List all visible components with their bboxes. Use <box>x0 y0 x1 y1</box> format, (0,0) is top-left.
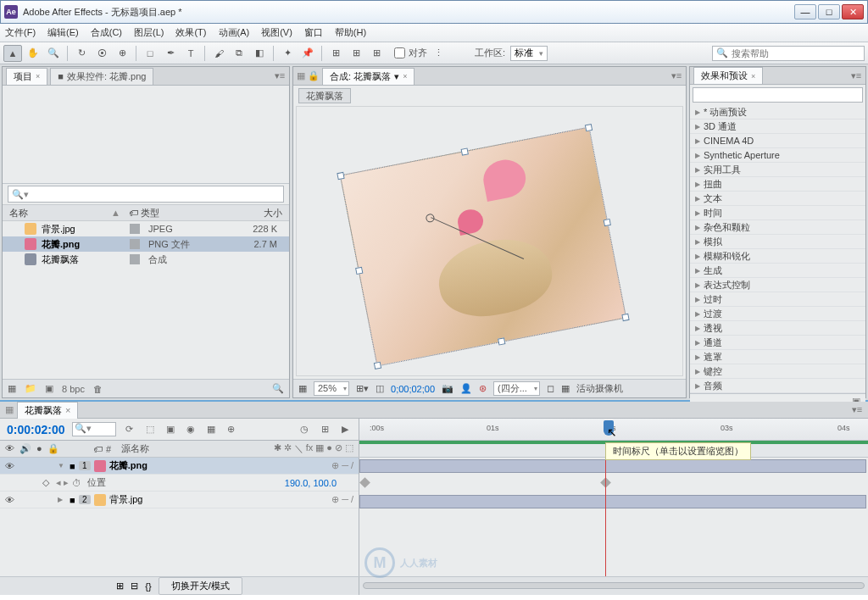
effect-category[interactable]: ▶音频 <box>690 379 865 393</box>
camera-tool[interactable]: ⦿ <box>92 45 111 62</box>
pan-behind-tool[interactable]: ⊕ <box>113 45 131 62</box>
panel-menu-icon[interactable]: ▾≡ <box>851 404 863 415</box>
timeline-tab[interactable]: 花瓣飘落× <box>17 402 78 419</box>
panel-menu-icon[interactable]: ▾≡ <box>670 70 682 81</box>
menu-help[interactable]: 帮助(H) <box>335 26 366 39</box>
effect-category[interactable]: ▶Synthetic Aperture <box>690 148 865 163</box>
roto-tool[interactable]: ✦ <box>278 45 297 62</box>
transform-handle[interactable] <box>355 267 363 275</box>
menu-composition[interactable]: 合成(C) <box>91 26 122 39</box>
layer-bar[interactable] <box>359 495 866 508</box>
resolution-icon[interactable]: ⊞▾ <box>356 383 369 394</box>
workspace-select[interactable]: 标准 <box>510 46 548 61</box>
visibility-icon[interactable]: 👁 <box>5 495 17 505</box>
effect-category[interactable]: ▶文本 <box>690 192 865 206</box>
transform-handle[interactable] <box>621 314 629 321</box>
source-name-column[interactable]: 源名称 <box>121 442 149 455</box>
toggle-icon[interactable]: {} <box>145 581 151 592</box>
comp-tab[interactable]: 合成: 花瓣飘落 ▾× <box>322 68 415 85</box>
comp-viewport[interactable] <box>296 106 683 376</box>
frame-blend-icon[interactable]: ▣ <box>164 423 177 436</box>
search-icon[interactable]: 🔍 <box>272 383 284 394</box>
timeline-tracks[interactable] <box>359 458 868 576</box>
layer-row[interactable]: 👁 ▶■ 2 背景.jpg ⊕─/ <box>0 492 359 508</box>
effects-tab[interactable]: 效果和预设× <box>693 67 763 84</box>
help-search[interactable]: 🔍 <box>712 46 865 61</box>
effects-list[interactable]: ▶* 动画预设▶3D 通道▶CINEMA 4D▶Synthetic Apertu… <box>690 105 865 393</box>
zoom-select[interactable]: 25% <box>314 381 349 396</box>
toggle-icon[interactable]: ⊟ <box>131 581 138 592</box>
draft3d-icon[interactable]: ⬚ <box>143 423 157 436</box>
pen-tool[interactable]: ✒ <box>161 45 180 62</box>
keyframe-icon[interactable] <box>359 477 370 488</box>
menu-file[interactable]: 文件(F) <box>5 26 36 39</box>
interpret-icon[interactable]: ▦ <box>8 383 16 394</box>
toggle-switches-button[interactable]: 切换开关/模式 <box>159 577 242 595</box>
twirl-icon[interactable]: ▶ <box>58 496 66 503</box>
project-tab[interactable]: 项目× <box>6 68 47 85</box>
snap-checkbox[interactable]: 对齐 <box>394 47 427 59</box>
effect-category[interactable]: ▶表达式控制 <box>690 278 865 292</box>
timecode-display[interactable]: 0;00;02;00 <box>391 384 435 394</box>
shy-icon[interactable]: ⟳ <box>123 423 136 436</box>
project-list[interactable]: 背景.jpg JPEG228 K 花瓣.png PNG 文件2.7 M 花瓣飘落… <box>3 221 289 379</box>
motion-blur-icon[interactable]: ◉ <box>184 423 198 436</box>
effect-category[interactable]: ▶生成 <box>690 264 865 278</box>
effect-category[interactable]: ▶模拟 <box>690 235 865 249</box>
property-row[interactable]: ◇◂ ▸ ⏱ 位置 190.0, 100.0 <box>0 475 359 492</box>
comp-marker-icon[interactable]: ◷ <box>298 423 311 436</box>
graph-icon[interactable]: ⊞ <box>318 423 331 436</box>
puppet-tool[interactable]: 📌 <box>298 45 317 62</box>
effects-search[interactable] <box>693 87 863 103</box>
show-channel-icon[interactable]: 👤 <box>460 383 472 394</box>
effect-category[interactable]: ▶键控 <box>690 364 865 379</box>
menu-edit[interactable]: 编辑(E) <box>47 26 79 39</box>
effect-category[interactable]: ▶过时 <box>690 292 865 307</box>
brainstorm-icon[interactable]: ⊕ <box>225 423 238 436</box>
effect-category[interactable]: ▶遮罩 <box>690 350 865 364</box>
panel-menu-icon[interactable]: ▾≡ <box>850 70 862 81</box>
folder-icon[interactable]: 📁 <box>25 383 36 394</box>
selection-tool[interactable]: ▲ <box>3 45 22 62</box>
transform-handle[interactable] <box>374 362 381 369</box>
grid-icon[interactable]: ▦ <box>298 383 307 394</box>
transform-handle[interactable] <box>337 172 344 180</box>
menu-layer[interactable]: 图层(L) <box>134 26 164 39</box>
effect-category[interactable]: ▶通道 <box>690 336 865 350</box>
transparency-icon[interactable]: ◫ <box>376 383 384 394</box>
camera-select[interactable]: 活动摄像机 <box>576 382 623 395</box>
layer-row[interactable]: 👁 ▼■ 1 花瓣.png ⊕─/ <box>0 458 359 475</box>
maximize-button[interactable]: □ <box>818 4 840 19</box>
project-item[interactable]: 花瓣.png PNG 文件2.7 M <box>3 236 289 252</box>
project-search[interactable]: 🔍▾ <box>8 186 284 203</box>
visibility-icon[interactable]: 👁 <box>5 461 17 471</box>
effect-category[interactable]: ▶杂色和颗粒 <box>690 220 865 235</box>
rotation-tool[interactable]: ↻ <box>72 45 91 62</box>
layer-bounding-box[interactable] <box>340 126 626 366</box>
panel-menu-icon[interactable]: ▾≡ <box>274 70 286 81</box>
type-tool[interactable]: T <box>181 45 200 62</box>
project-item[interactable]: 花瓣飘落 合成 <box>3 252 289 267</box>
effect-category[interactable]: ▶* 动画预设 <box>690 105 865 119</box>
effect-category[interactable]: ▶透视 <box>690 321 865 336</box>
effect-category[interactable]: ▶模糊和锐化 <box>690 249 865 264</box>
effect-category[interactable]: ▶CINEMA 4D <box>690 134 865 148</box>
hand-tool[interactable]: ✋ <box>24 45 42 62</box>
position-value[interactable]: 190.0, 100.0 <box>285 478 337 488</box>
brush-tool[interactable]: 🖌 <box>209 45 228 62</box>
twirl-icon[interactable]: ▼ <box>58 462 66 469</box>
transform-handle[interactable] <box>498 337 505 345</box>
layer-list[interactable]: 👁 ▼■ 1 花瓣.png ⊕─/ ◇◂ ▸ ⏱ 位置 190.0, 100.0… <box>0 458 359 576</box>
snapshot-icon[interactable]: 📷 <box>442 383 453 394</box>
view-axis-icon[interactable]: ⊞ <box>367 45 386 62</box>
clone-tool[interactable]: ⧉ <box>230 45 248 62</box>
resolution-select[interactable]: (四分... <box>493 381 540 396</box>
render-icon[interactable]: ▶ <box>338 423 352 436</box>
graph-editor-icon[interactable]: ▦ <box>204 423 218 436</box>
effect-category[interactable]: ▶时间 <box>690 206 865 220</box>
grid-guides-icon[interactable]: ▦ <box>561 383 570 394</box>
eraser-tool[interactable]: ◧ <box>250 45 269 62</box>
effect-controls-tab[interactable]: ■ 效果控件: 花瓣.png <box>50 68 153 85</box>
menu-effect[interactable]: 效果(T) <box>175 26 206 39</box>
transform-handle[interactable] <box>461 147 469 155</box>
